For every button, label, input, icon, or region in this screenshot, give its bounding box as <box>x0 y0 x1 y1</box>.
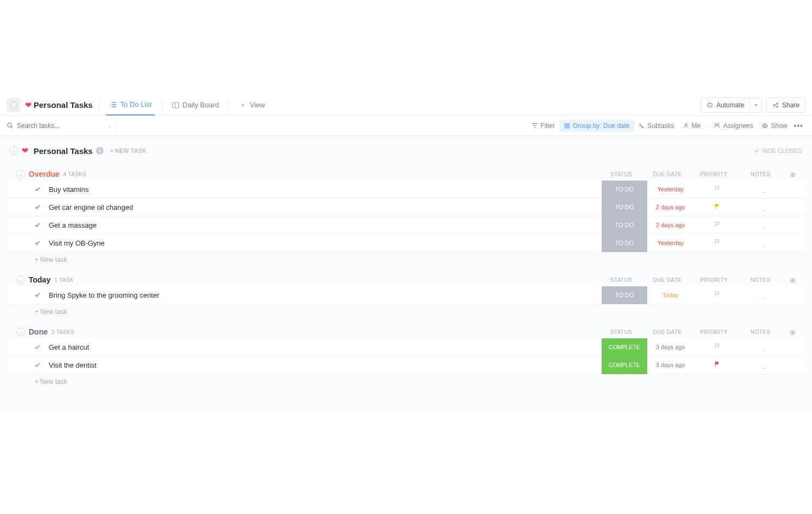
complete-check[interactable] <box>34 291 41 299</box>
automate-dropdown[interactable] <box>750 98 762 113</box>
priority-cell <box>694 291 740 299</box>
tab-to-do-list[interactable]: To Do List <box>106 95 155 115</box>
automate-button[interactable]: Automate <box>700 98 750 113</box>
status-pill[interactable]: TO DO <box>602 286 647 304</box>
collapse-group[interactable]: ⌄ <box>16 275 25 284</box>
complete-check[interactable] <box>34 185 41 193</box>
task-row[interactable]: Visit my OB-Gyne TO DO Yesterday _ <box>7 234 805 252</box>
col-header-notes: NOTES <box>737 171 784 177</box>
collapse-group[interactable]: ⌄ <box>16 327 25 336</box>
group-by-button[interactable]: Group by: Due date <box>559 120 634 132</box>
tab-add-view[interactable]: + View <box>236 95 268 115</box>
status-pill[interactable]: TO DO <box>602 198 647 216</box>
svg-rect-21 <box>564 126 566 127</box>
svg-point-27 <box>714 124 716 125</box>
tab-label: Daily Board <box>183 101 219 109</box>
task-group: ⌄ Overdue 4 TASKS STATUS DUE DATE PRIORI… <box>7 170 805 266</box>
task-count: 1 TASK <box>54 277 73 283</box>
status-pill[interactable]: TO DO <box>602 181 647 198</box>
flag-icon[interactable] <box>714 361 721 368</box>
collapse-list[interactable]: ⌄ <box>10 146 18 155</box>
svg-point-17 <box>8 123 11 127</box>
notes-cell[interactable]: _ <box>740 291 787 299</box>
due-date[interactable]: Yesterday <box>647 186 694 192</box>
svg-point-14 <box>777 106 778 107</box>
new-task-row[interactable]: + New task <box>7 252 805 266</box>
complete-check[interactable] <box>34 221 41 229</box>
priority-cell <box>694 221 740 229</box>
notes-cell[interactable]: _ <box>740 203 787 211</box>
separator-dot: · <box>705 122 709 130</box>
collapse-group[interactable]: ⌄ <box>16 170 25 178</box>
hide-closed-label: HIDE CLOSED <box>762 147 802 154</box>
task-row[interactable]: Buy vitamins TO DO Yesterday _ <box>7 181 805 198</box>
task-row[interactable]: Bring Spyke to the grooming center TO DO… <box>7 286 805 304</box>
task-row[interactable]: Visit the dentist COMPLETE 3 days ago _ <box>7 356 805 374</box>
due-date[interactable]: 3 days ago <box>647 362 694 368</box>
task-name: Visit the dentist <box>49 361 602 369</box>
new-task-button[interactable]: + NEW TASK <box>110 147 146 154</box>
notes-cell[interactable]: _ <box>740 239 787 247</box>
add-column-button[interactable]: ⊕ <box>784 276 802 284</box>
task-name: Get a haircut <box>49 343 602 351</box>
tab-label: To Do List <box>120 100 152 108</box>
svg-point-13 <box>777 102 778 104</box>
complete-check[interactable] <box>34 239 41 247</box>
flag-icon[interactable] <box>714 343 721 350</box>
notes-cell[interactable]: _ <box>740 185 787 194</box>
heart-icon: ❤ <box>25 100 32 110</box>
task-row[interactable]: Get a haircut COMPLETE 3 days ago _ <box>7 338 805 356</box>
status-pill[interactable]: COMPLETE <box>602 338 647 356</box>
assignees-button[interactable]: Assignees <box>709 120 757 132</box>
task-row[interactable]: Get a massage TO DO 2 days ago _ <box>7 216 805 234</box>
notes-cell[interactable]: _ <box>740 343 787 351</box>
due-date[interactable]: 3 days ago <box>647 344 694 350</box>
col-header-priority: PRIORITY <box>691 171 737 177</box>
flag-icon[interactable] <box>714 239 721 246</box>
complete-check[interactable] <box>34 361 41 369</box>
notes-cell[interactable]: _ <box>740 361 787 369</box>
group-header: ⌄ Today 1 TASK STATUS DUE DATE PRIORITY … <box>7 275 805 286</box>
search-expand[interactable]: ⌄ <box>104 123 115 128</box>
status-pill[interactable]: TO DO <box>602 216 647 234</box>
complete-check[interactable] <box>34 343 41 351</box>
me-button[interactable]: Me <box>679 120 705 132</box>
notes-cell[interactable]: _ <box>740 221 787 229</box>
add-column-button[interactable]: ⊕ <box>784 170 802 178</box>
add-column-button[interactable]: ⊕ <box>784 328 802 336</box>
flag-icon[interactable] <box>714 185 721 192</box>
status-pill[interactable]: COMPLETE <box>602 356 647 374</box>
show-button[interactable]: Show <box>757 120 791 132</box>
flag-icon[interactable] <box>714 203 721 210</box>
heart-icon: ❤ <box>22 146 29 156</box>
more-options[interactable]: ••• <box>791 121 805 130</box>
flag-icon[interactable] <box>714 291 721 298</box>
due-date[interactable]: 2 days ago <box>647 204 694 210</box>
list-settings-button[interactable] <box>7 98 21 112</box>
share-button[interactable]: Share <box>766 98 805 113</box>
new-task-row[interactable]: + New task <box>7 374 805 388</box>
tab-daily-board[interactable]: Daily Board <box>169 95 222 115</box>
subtasks-button[interactable]: Subtasks <box>634 120 679 132</box>
info-icon[interactable]: i <box>96 147 104 155</box>
filter-button[interactable]: Filter <box>527 120 559 132</box>
flag-icon[interactable] <box>714 221 721 228</box>
col-header-status: STATUS <box>598 171 644 177</box>
svg-point-12 <box>774 104 775 106</box>
due-date[interactable]: Today <box>647 292 694 298</box>
new-task-row[interactable]: + New task <box>7 304 805 318</box>
hide-closed-button[interactable]: HIDE CLOSED <box>753 147 802 154</box>
due-date[interactable]: Yesterday <box>647 240 694 246</box>
separator <box>99 99 100 111</box>
separator <box>116 120 117 131</box>
board-icon <box>172 101 179 109</box>
due-date[interactable]: 2 days ago <box>647 222 694 228</box>
status-pill[interactable]: TO DO <box>602 234 647 252</box>
group-title: Overdue <box>29 170 60 178</box>
svg-rect-6 <box>172 102 178 108</box>
group-title: Done <box>29 327 48 336</box>
complete-check[interactable] <box>34 203 41 211</box>
robot-icon <box>706 101 713 108</box>
task-row[interactable]: Get car engine oil changed TO DO 2 days … <box>7 198 805 216</box>
search-input[interactable] <box>17 122 82 130</box>
